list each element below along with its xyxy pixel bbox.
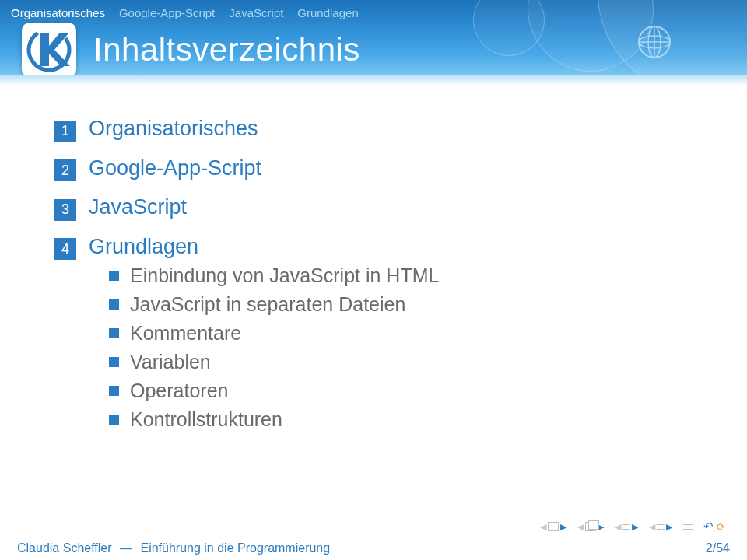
footer-course: Einführung in die Programmierung: [140, 541, 330, 555]
toc-number-badge: 4: [54, 238, 76, 260]
nav-item-organisatorisches[interactable]: Organisatorisches: [11, 6, 105, 19]
beamer-nav-controls: ◀ ▶ ◀ ▶ ◀ ▶ ◀ ▶ ↶ ⟳: [540, 520, 725, 534]
globe-icon: [636, 23, 673, 61]
nav-prev-section-button[interactable]: ◀ ▶: [615, 522, 638, 532]
toc-sublink[interactable]: JavaScript in separaten Dateien: [130, 293, 405, 316]
toc-sublink[interactable]: Kontrollstrukturen: [130, 408, 282, 431]
nav-item-google-app-script[interactable]: Google-App-Script: [119, 6, 215, 19]
footer-left: Claudia Scheffler — Einführung in die Pr…: [17, 541, 330, 555]
toc-item: 2 Google-App-Script: [54, 156, 716, 182]
nav-prev-subsection-button[interactable]: ◀ ▶: [649, 522, 672, 532]
toc-link-organisatorisches[interactable]: Organisatorisches: [89, 117, 258, 141]
slide-body: 1 Organisatorisches 2 Google-App-Script …: [0, 86, 747, 431]
toc-subitem: Einbindung von JavaScript in HTML: [109, 264, 716, 287]
toc-number-badge: 1: [54, 121, 76, 142]
nav-back-button[interactable]: ↶ ⟳: [703, 520, 725, 534]
toc-link-javascript[interactable]: JavaScript: [89, 195, 187, 219]
toc-item: 1 Organisatorisches: [54, 117, 716, 142]
nav-prev-slide-button[interactable]: ◀ ▶: [577, 522, 604, 532]
toc-number-badge: 3: [54, 199, 76, 221]
toc-subitem: Variablen: [109, 351, 716, 373]
frame-icon: [548, 522, 559, 531]
square-bullet-icon: [109, 299, 119, 310]
square-bullet-icon: [109, 357, 119, 367]
slide: Organisatorisches Google-App-Script Java…: [0, 0, 747, 560]
toc-subitem: Kontrollstrukturen: [109, 408, 716, 431]
slide-title: Inhaltsverzeichnis: [93, 31, 360, 68]
footer-separator: —: [120, 541, 132, 555]
footer: Claudia Scheffler — Einführung in die Pr…: [0, 537, 747, 560]
toc-sublink[interactable]: Operatoren: [130, 380, 228, 402]
section-lines-icon: [622, 524, 630, 530]
page-number: 2/54: [706, 541, 730, 555]
toc-subitem: JavaScript in separaten Dateien: [109, 293, 716, 316]
toc-subitem: Operatoren: [109, 380, 716, 402]
triangle-left-icon: ◀: [649, 522, 655, 532]
toc-sublink[interactable]: Kommentare: [130, 322, 241, 345]
triangle-right-icon: ▶: [632, 522, 638, 532]
square-bullet-icon: [109, 271, 119, 281]
subsection-lines-icon: [657, 524, 665, 530]
undo-icon: ↶: [703, 520, 714, 534]
outline-icon: [683, 524, 693, 530]
header: Organisatorisches Google-App-Script Java…: [0, 0, 747, 86]
search-glyph-icon: ⟳: [717, 521, 725, 533]
square-bullet-icon: [109, 328, 119, 338]
toc-item: 3 JavaScript: [54, 195, 716, 221]
nav-outline-button[interactable]: [683, 524, 693, 530]
nav-item-grundlagen[interactable]: Grundlagen: [297, 6, 358, 19]
toc-sublist: Einbindung von JavaScript in HTML JavaSc…: [109, 264, 716, 431]
square-bullet-icon: [109, 386, 119, 396]
toc-subitem: Kommentare: [109, 322, 716, 345]
footer-author: Claudia Scheffler: [17, 541, 112, 555]
triangle-right-icon: ▶: [560, 522, 566, 532]
frames-stack-icon: [585, 522, 596, 531]
nav-prev-frame-button[interactable]: ◀ ▶: [540, 522, 566, 532]
toc-number-badge: 2: [54, 159, 76, 181]
kde-logo-icon: [22, 23, 76, 77]
toc-item: 4 Grundlagen: [54, 235, 716, 261]
square-bullet-icon: [109, 415, 119, 425]
toc-link-google-app-script[interactable]: Google-App-Script: [89, 156, 261, 180]
triangle-left-icon: ◀: [577, 522, 584, 532]
title-row: Inhaltsverzeichnis: [0, 19, 747, 77]
nav-item-javascript[interactable]: JavaScript: [229, 6, 283, 19]
triangle-left-icon: ◀: [540, 522, 546, 532]
toc-sublink[interactable]: Variablen: [130, 351, 211, 373]
toc-link-grundlagen[interactable]: Grundlagen: [89, 235, 198, 259]
triangle-left-icon: ◀: [615, 522, 621, 532]
toc-sublink[interactable]: Einbindung von JavaScript in HTML: [130, 264, 439, 287]
triangle-right-icon: ▶: [666, 522, 672, 532]
section-nav: Organisatorisches Google-App-Script Java…: [0, 0, 747, 19]
